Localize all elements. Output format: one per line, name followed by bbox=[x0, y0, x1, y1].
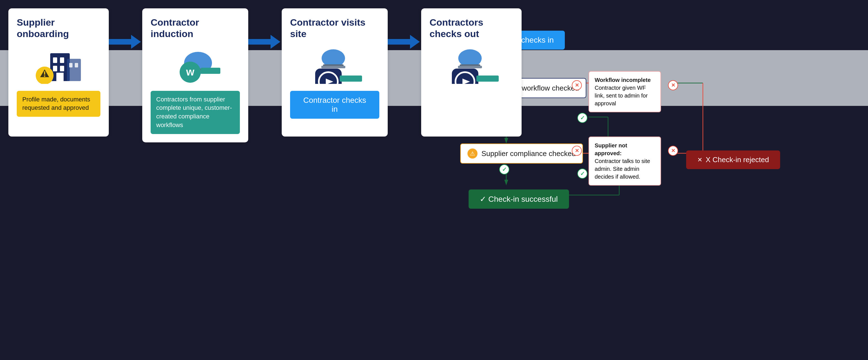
svg-rect-19 bbox=[201, 68, 220, 74]
svg-rect-31 bbox=[458, 66, 482, 68]
svg-rect-1 bbox=[53, 57, 57, 63]
supplier-error-box: Supplier not approved: Contractor talks … bbox=[589, 136, 661, 186]
svg-rect-3 bbox=[53, 66, 57, 71]
card-title-visits: Contractor visits site bbox=[290, 17, 379, 39]
workflow-error-popup: Workflow incomplete Contractor given WF … bbox=[589, 71, 661, 112]
arrow-connector-2 bbox=[248, 33, 282, 50]
svg-rect-6 bbox=[67, 59, 81, 81]
supplier-x-icon[interactable]: ✕ bbox=[572, 146, 582, 156]
checkin-button[interactable]: Contractor checks in bbox=[290, 91, 379, 119]
arrow-connector-3 bbox=[388, 33, 421, 50]
svg-point-12 bbox=[44, 75, 45, 77]
card-icon-visits bbox=[290, 46, 379, 85]
card-contractor-visits: Contractor visits site Contractor ch bbox=[282, 8, 388, 136]
compliance-check-right: ✓ bbox=[577, 113, 587, 123]
card-supplier-onboarding: Supplier onboarding bbox=[8, 8, 109, 136]
arrow-svg-1 bbox=[109, 33, 142, 50]
svg-rect-23 bbox=[321, 66, 345, 68]
phase-cards-container: Supplier onboarding bbox=[8, 8, 522, 142]
supplier-compliance-label: Supplier compliance checked bbox=[482, 149, 576, 158]
svg-marker-13 bbox=[109, 35, 141, 49]
arrow-svg-3 bbox=[388, 33, 421, 50]
checkin-success-label: ✓ Check-in successful bbox=[469, 190, 569, 209]
rejected-x-icon: ✕ bbox=[697, 156, 702, 164]
supplier-compliance-node: ⚠ Supplier compliance checked bbox=[460, 143, 583, 164]
compliance-x-button[interactable]: ✕ bbox=[572, 80, 582, 90]
building-hazard-icon bbox=[33, 47, 84, 84]
card-title-induction: Contractor induction bbox=[151, 17, 240, 39]
workflow-error-x-icon[interactable]: ✕ bbox=[668, 80, 678, 90]
supplier-check-right: ✓ bbox=[577, 169, 587, 178]
svg-rect-4 bbox=[60, 66, 64, 71]
compliance-check-right-icon: ✓ bbox=[577, 113, 587, 123]
workflow-error-title: Workflow incomplete bbox=[595, 77, 651, 83]
supplier-error-x-icon[interactable]: ✕ bbox=[668, 146, 678, 156]
supplier-description-box: Profile made, documents requested and ap… bbox=[17, 91, 100, 117]
card-icon-induction: w bbox=[151, 46, 240, 85]
supplier-error-popup: Supplier not approved: Contractor talks … bbox=[589, 136, 661, 186]
svg-rect-11 bbox=[44, 71, 45, 75]
arrow-svg-2 bbox=[248, 33, 282, 50]
supplier-check: ✓ bbox=[499, 164, 509, 174]
supplier-check-icon: ✓ bbox=[499, 164, 509, 174]
helmet-w-icon: w bbox=[170, 47, 220, 84]
svg-rect-35 bbox=[476, 75, 499, 81]
svg-marker-28 bbox=[388, 35, 420, 49]
svg-rect-8 bbox=[75, 63, 78, 67]
compliance-x-icon[interactable]: ✕ bbox=[572, 80, 582, 90]
induction-description-box: Contractors from supplier complete uniqu… bbox=[151, 91, 240, 134]
card-contractors-checkout: Contractors checks out bbox=[421, 8, 522, 136]
card-title-checkout: Contractors checks out bbox=[430, 17, 513, 39]
svg-rect-27 bbox=[340, 75, 362, 81]
visits-icon bbox=[307, 47, 363, 84]
checkin-success-node: ✓ Check-in successful bbox=[469, 190, 569, 209]
supplier-x-button[interactable]: ✕ bbox=[572, 146, 582, 156]
checkin-rejected-node: ✕ X Check-in rejected bbox=[686, 151, 780, 169]
checkin-rejected-label: ✕ X Check-in rejected bbox=[686, 151, 780, 169]
card-icon-supplier bbox=[17, 46, 100, 85]
checkout-icon bbox=[443, 47, 499, 84]
svg-rect-2 bbox=[60, 57, 64, 63]
svg-marker-20 bbox=[248, 35, 280, 49]
svg-rect-5 bbox=[56, 73, 64, 81]
supplier-error-x-button[interactable]: ✕ bbox=[668, 146, 678, 156]
workflow-error-body: Contractor given WF link, sent to admin … bbox=[595, 85, 648, 106]
card-title-supplier: Supplier onboarding bbox=[17, 17, 100, 39]
supplier-error-title: Supplier not approved: bbox=[595, 142, 627, 156]
workflow-error-x-button[interactable]: ✕ bbox=[668, 80, 678, 90]
supplier-compliance-icon: ⚠ bbox=[467, 149, 477, 159]
card-icon-checkout bbox=[430, 46, 513, 85]
arrow-connector-1 bbox=[109, 33, 142, 50]
supplier-error-body: Contractor talks to site admin. Site adm… bbox=[595, 158, 650, 180]
svg-marker-41 bbox=[504, 138, 508, 143]
svg-rect-7 bbox=[69, 63, 72, 67]
svg-text:w: w bbox=[186, 66, 194, 78]
rejected-label-text: X Check-in rejected bbox=[706, 156, 769, 164]
card-contractor-induction: Contractor induction w Contractors from … bbox=[142, 8, 248, 142]
workflow-error-box: Workflow incomplete Contractor given WF … bbox=[589, 71, 661, 112]
supplier-check-right-icon: ✓ bbox=[577, 169, 587, 178]
svg-marker-43 bbox=[504, 180, 508, 185]
